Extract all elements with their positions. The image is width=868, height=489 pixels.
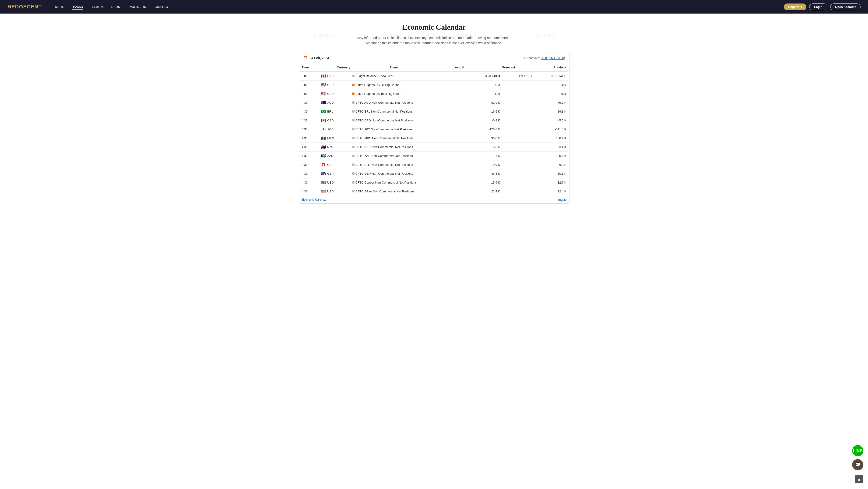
row-time: 4:30 xyxy=(299,98,318,107)
mql5-logo: MQL5 xyxy=(557,198,566,202)
row-forecast xyxy=(503,134,534,142)
priority-dot xyxy=(352,84,354,86)
currency-code: USD xyxy=(327,83,334,87)
row-currency: 🇺🇸 USD xyxy=(318,80,349,89)
row-actual: 626 xyxy=(468,89,503,98)
nav-trade[interactable]: TRADE xyxy=(53,4,64,9)
logo-text: HEDGECENT xyxy=(7,4,42,10)
row-time: 4:30 xyxy=(299,125,318,134)
nav-contact[interactable]: CONTACT xyxy=(155,4,170,9)
calendar-header: 📅 24 Feb, 2024 Current time: 3:00 (GMT +… xyxy=(299,53,569,63)
calendar-date: 📅 24 Feb, 2024 xyxy=(303,56,329,60)
row-forecast xyxy=(503,125,534,134)
flag-icon: 🇺🇸 xyxy=(321,91,326,96)
table-row: 4:30 🇧🇷 BRL CFTC BRL Non-Commercial Net … xyxy=(299,107,569,116)
row-time: 4:30 xyxy=(299,187,318,196)
row-actual: -0.9 K xyxy=(468,116,503,125)
row-time: 4:30 xyxy=(299,116,318,125)
row-time: 4:30 xyxy=(299,151,318,160)
col-event: Event xyxy=(387,63,426,72)
row-previous: 0.6 K xyxy=(534,151,569,160)
page-content: WikiFX WikiFX WikiFX WikiFX WikiFX WikiF… xyxy=(294,13,574,208)
priority-dot xyxy=(352,92,354,95)
row-actual: -15.9 K xyxy=(468,178,503,187)
flag-icon: 🇨🇦 xyxy=(321,118,326,123)
table-row: 2:00 🇺🇸 USD Baker Hughes US Total Rig Co… xyxy=(299,89,569,98)
row-actual: -120.8 K xyxy=(468,125,503,134)
nav-earn[interactable]: EARN xyxy=(111,4,120,9)
row-event: CFTC BRL Non-Commercial Net Positions xyxy=(349,107,468,116)
col-forecast: Forecast xyxy=(467,63,518,72)
row-actual: 96.0 K xyxy=(468,134,503,142)
row-currency: 🇨🇦 CAD xyxy=(318,72,349,81)
row-previous: 497 xyxy=(534,80,569,89)
calendar-data-table: 0:00 🇨🇦 CAD Budget Balance, Fiscal Year … xyxy=(299,72,569,196)
table-row: 2:00 🇺🇸 USD Baker Hughes US Oil Rig Coun… xyxy=(299,80,569,89)
calendar-footer: Economic Calendar MQL5 xyxy=(299,196,569,203)
priority-dot xyxy=(352,181,354,183)
currency-code: CHF xyxy=(327,163,334,167)
row-previous: -111.5 K xyxy=(534,125,569,134)
navbar: HEDGECENT TRADE TOOLS LEARN EARN PARTNER… xyxy=(0,0,868,13)
language-label: English xyxy=(788,5,799,9)
priority-dot xyxy=(352,172,354,175)
table-header: Time Currency Event Actual Forecast Prev… xyxy=(299,63,569,72)
currency-code: USD xyxy=(327,92,334,95)
nav-links: TRADE TOOLS LEARN EARN PARTNERS CONTACT xyxy=(53,4,784,10)
row-forecast xyxy=(503,169,534,178)
currency-code: USD xyxy=(327,181,334,184)
current-time-label: Current time: xyxy=(523,56,540,60)
row-forecast xyxy=(503,178,534,187)
row-previous: 3.4 K xyxy=(534,142,569,151)
currency-code: NZD xyxy=(327,145,334,149)
row-time: 4:30 xyxy=(299,169,318,178)
chevron-down-icon: ▾ xyxy=(801,5,802,9)
row-currency: 🇺🇸 USD xyxy=(318,89,349,98)
currency-code: MXN xyxy=(327,136,334,140)
login-button[interactable]: Login xyxy=(809,3,827,10)
row-currency: 🇯🇵 JPY xyxy=(318,125,349,134)
row-forecast xyxy=(503,89,534,98)
footer-calendar-link[interactable]: Economic Calendar xyxy=(302,198,327,201)
currency-code: CAD xyxy=(327,119,334,122)
open-account-button[interactable]: Open Account xyxy=(830,3,861,10)
nav-partners[interactable]: PARTNERS xyxy=(129,4,146,9)
table-row: 0:00 🇨🇦 CAD Budget Balance, Fiscal Year … xyxy=(299,72,569,81)
nav-tools[interactable]: TOOLS xyxy=(72,4,83,10)
logo[interactable]: HEDGECENT xyxy=(7,4,42,10)
table-scroll-wrapper[interactable]: 0:00 🇨🇦 CAD Budget Balance, Fiscal Year … xyxy=(299,72,569,196)
row-time: 0:00 xyxy=(299,72,318,81)
col-previous: Previous xyxy=(518,63,569,72)
row-previous: $-19.141 B xyxy=(534,72,569,81)
row-currency: 🇬🇧 GBP xyxy=(318,169,349,178)
col-actual: Actual xyxy=(426,63,467,72)
priority-dot xyxy=(352,128,354,130)
page-title: Economic Calendar xyxy=(299,23,569,31)
row-actual: 6.6 K xyxy=(468,142,503,151)
row-actual: $-23.613 B xyxy=(468,72,503,81)
row-previous: 19.3 K xyxy=(534,107,569,116)
row-currency: 🇨🇦 CAD xyxy=(318,116,349,125)
nav-learn[interactable]: LEARN xyxy=(92,4,103,9)
row-currency: 🇳🇿 NZD xyxy=(318,142,349,151)
table-row: 4:30 🇬🇧 GBP CFTC GBP Non-Commercial Net … xyxy=(299,169,569,178)
current-time: Current time: 3:00 (GMT +8:00) xyxy=(523,56,565,60)
currency-code: GBP xyxy=(327,172,334,175)
calendar-icon: 📅 xyxy=(303,56,308,60)
priority-dot xyxy=(352,110,354,113)
row-forecast: $-9.131 B xyxy=(503,72,534,81)
row-event: CFTC GBP Non-Commercial Net Positions xyxy=(349,169,468,178)
currency-code: ZAR xyxy=(327,154,333,157)
flag-icon: 🇨🇭 xyxy=(321,163,326,167)
row-event: CFTC MXN Non-Commercial Net Positions xyxy=(349,134,468,142)
currency-code: JPY xyxy=(327,127,333,131)
row-time: 4:30 xyxy=(299,107,318,116)
current-time-value[interactable]: 3:00 (GMT +8:00) xyxy=(541,56,565,60)
language-button[interactable]: English ▾ xyxy=(784,3,806,10)
row-currency: 🇺🇸 USD xyxy=(318,178,349,187)
title-section: Economic Calendar Stay informed about cr… xyxy=(299,23,569,46)
table-row: 4:30 🇺🇸 USD CFTC Silver Non-Commercial N… xyxy=(299,187,569,196)
row-event: Baker Hughes US Oil Rig Count xyxy=(349,80,468,89)
table-row: 4:30 🇿🇦 ZAR CFTC ZAR Non-Commercial Net … xyxy=(299,151,569,160)
page-subtitle-1: Stay informed about critical financial e… xyxy=(299,35,569,40)
